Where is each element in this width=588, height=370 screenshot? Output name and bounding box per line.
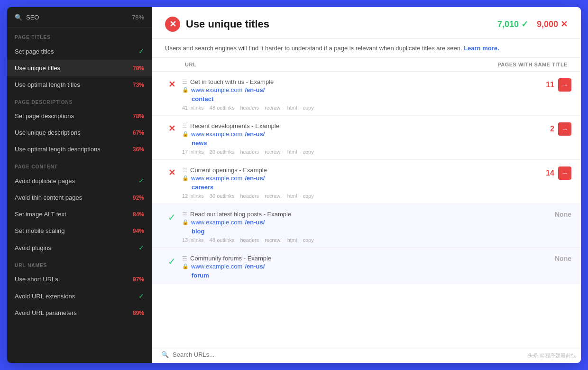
sidebar-item-label: Avoid duplicate pages <box>15 177 138 185</box>
recrawl-link[interactable]: recrawl <box>265 237 281 243</box>
copy-link[interactable]: copy <box>303 105 313 111</box>
inlinks[interactable]: 13 inlinks <box>182 237 204 243</box>
sidebar-item-avoid-plugins[interactable]: Avoid plugins ✓ <box>7 239 152 256</box>
html-link[interactable]: html <box>287 149 297 155</box>
row-count-area: None <box>555 211 571 218</box>
inlinks[interactable]: 41 inlinks <box>182 105 204 111</box>
sidebar-item-label: Set image ALT text <box>15 211 133 218</box>
outlinks[interactable]: 30 outlinks <box>210 193 235 199</box>
html-link[interactable]: html <box>287 193 297 199</box>
sidebar-search-icon: 🔍 <box>15 14 22 21</box>
section-header-url-names: URL NAMES <box>7 256 152 271</box>
navigate-button[interactable]: → <box>558 166 571 180</box>
sidebar-item-avoid-duplicate-pages[interactable]: Avoid duplicate pages ✓ <box>7 172 152 189</box>
url-page-name[interactable]: contact <box>192 95 213 102</box>
sidebar-item-score: 78% <box>133 113 144 120</box>
url-page-name[interactable]: blog <box>192 228 204 235</box>
outlinks[interactable]: 48 outlinks <box>210 105 235 111</box>
row-url-line: 🔒 www.example.com/en-us/ <box>182 130 545 138</box>
sidebar-item-set-page-titles[interactable]: Set page titles ✓ <box>7 43 152 60</box>
x-icon: ✕ <box>168 79 175 90</box>
url-bold-path[interactable]: /en-us/ <box>245 130 265 138</box>
page-doc-icon: ☰ <box>182 79 187 85</box>
copy-link[interactable]: copy <box>303 149 313 155</box>
sidebar-item-avoid-url-extensions[interactable]: Avoid URL extensions ✓ <box>7 287 152 305</box>
url-base[interactable]: www.example.com <box>191 219 242 226</box>
row-url-line: 🔒 www.example.com/en-us/ <box>182 219 550 226</box>
copy-link[interactable]: copy <box>303 237 313 243</box>
headers-link[interactable]: headers <box>240 105 259 111</box>
outlinks[interactable]: 20 outlinks <box>210 149 235 155</box>
url-base[interactable]: www.example.com <box>191 130 242 138</box>
url-base[interactable]: www.example.com <box>191 263 242 270</box>
same-title-count: 2 <box>550 125 554 133</box>
check-icon: ✓ <box>168 256 176 267</box>
row-meta: 17 inlinks 20 outlinks headers recrawl h… <box>182 149 545 155</box>
url-search-input[interactable] <box>173 351 571 358</box>
sidebar-search-bar[interactable]: 🔍 78% <box>7 7 152 28</box>
headers-link[interactable]: headers <box>240 193 259 199</box>
row-meta: 13 inlinks 48 outlinks headers recrawl h… <box>182 237 550 243</box>
row-body: ☰ Community forums - Example 🔒 www.examp… <box>182 255 550 279</box>
pass-checkmark-icon: ✓ <box>521 19 528 29</box>
same-title-count: None <box>555 255 571 262</box>
sidebar-item-set-page-descriptions[interactable]: Set page descriptions 78% <box>7 108 152 124</box>
url-page-name[interactable]: careers <box>192 184 213 191</box>
page-doc-icon: ☰ <box>182 123 187 130</box>
sidebar-item-use-unique-titles[interactable]: Use unique titles 78% <box>7 60 152 76</box>
lock-icon: 🔒 <box>182 263 189 269</box>
page-title-text: Current openings - Example <box>190 166 267 174</box>
copy-link[interactable]: copy <box>303 193 313 199</box>
row-status-icon: ✕ <box>165 79 178 90</box>
main-header: ✕ Use unique titles 7,010 ✓ 9,000 ✕ <box>152 7 581 39</box>
sidebar-item-set-mobile-scaling[interactable]: Set mobile scaling 94% <box>7 222 152 239</box>
fail-x-icon: ✕ <box>560 19 568 29</box>
navigate-button[interactable]: → <box>558 122 571 136</box>
checkmark-icon: ✓ <box>138 292 144 300</box>
html-link[interactable]: html <box>287 237 297 243</box>
lock-icon: 🔒 <box>182 219 189 225</box>
row-page-title: ☰ Get in touch with us - Example <box>182 78 541 85</box>
page-title-text: Read our latest blog posts - Example <box>190 211 291 218</box>
page-doc-icon: ☰ <box>182 211 187 218</box>
sidebar-item-avoid-thin-content-pages[interactable]: Avoid thin content pages 92% <box>7 189 152 206</box>
same-title-count: 14 <box>546 169 554 177</box>
headers-link[interactable]: headers <box>240 237 259 243</box>
url-bold-path[interactable]: /en-us/ <box>245 175 265 182</box>
col-url-header: URL <box>185 62 196 67</box>
url-page-name[interactable]: news <box>192 139 207 147</box>
url-base[interactable]: www.example.com <box>191 86 242 93</box>
recrawl-link[interactable]: recrawl <box>265 105 281 111</box>
sidebar-item-label: Use optimal length descriptions <box>15 146 133 153</box>
url-bold-path[interactable]: /en-us/ <box>245 263 265 270</box>
learn-more-link[interactable]: Learn more. <box>464 45 499 52</box>
page-doc-icon: ☰ <box>182 255 187 262</box>
sidebar-item-set-image-alt-text[interactable]: Set image ALT text 84% <box>7 206 152 222</box>
inlinks[interactable]: 12 inlinks <box>182 193 204 199</box>
sidebar-item-label: Set page titles <box>15 48 138 55</box>
bottom-search-bar[interactable]: 🔍 头条 @程序媛最前线 <box>152 346 581 363</box>
sidebar-search-input[interactable] <box>26 14 128 21</box>
row-page-title: ☰ Current openings - Example <box>182 166 541 174</box>
sidebar-item-use-optimal-length-descriptions[interactable]: Use optimal length descriptions 36% <box>7 141 152 157</box>
recrawl-link[interactable]: recrawl <box>265 193 281 199</box>
url-bold-path[interactable]: /en-us/ <box>245 86 265 93</box>
url-bold-path[interactable]: /en-us/ <box>245 219 265 226</box>
headers-link[interactable]: headers <box>240 149 259 155</box>
navigate-button[interactable]: → <box>558 78 571 92</box>
checkmark-icon: ✓ <box>138 244 144 251</box>
lock-icon: 🔒 <box>182 175 189 181</box>
row-status-icon: ✕ <box>165 123 178 134</box>
table-row: ✕ ☰ Recent developments - Example 🔒 www.… <box>152 116 581 160</box>
url-base[interactable]: www.example.com <box>191 175 242 182</box>
sidebar-item-score: 84% <box>133 211 144 218</box>
sidebar-item-use-optimal-length-titles[interactable]: Use optimal length titles 73% <box>7 76 152 93</box>
sidebar-item-avoid-url-parameters[interactable]: Avoid URL parameters 89% <box>7 305 152 321</box>
html-link[interactable]: html <box>287 105 297 111</box>
url-page-name[interactable]: forum <box>192 272 209 279</box>
recrawl-link[interactable]: recrawl <box>265 149 281 155</box>
sidebar-item-use-short-urls[interactable]: Use short URLs 97% <box>7 271 152 287</box>
outlinks[interactable]: 48 outlinks <box>210 237 235 243</box>
sidebar-item-use-unique-descriptions[interactable]: Use unique descriptions 67% <box>7 124 152 141</box>
inlinks[interactable]: 17 inlinks <box>182 149 204 155</box>
